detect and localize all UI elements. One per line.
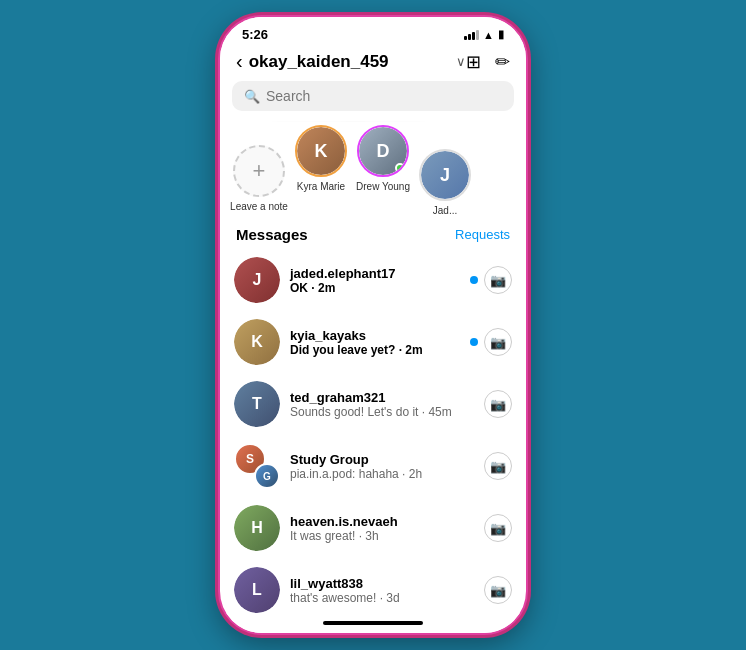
story-item-kyra[interactable]: Why is tomorrow Monday!? 😤 K Kyra Marie xyxy=(290,121,352,216)
phone-frame: 5:26 ▲ ▮ ‹ okay_kaiden_459 ∨ ⊞ ✏ 🔍 + xyxy=(218,15,528,635)
messages-header: Messages Requests xyxy=(220,224,526,249)
camera-button-heaven[interactable]: 📷 xyxy=(484,514,512,542)
msg-right-heaven: 📷 xyxy=(484,514,512,542)
back-button[interactable]: ‹ xyxy=(236,50,243,73)
online-indicator xyxy=(395,163,405,173)
search-input[interactable] xyxy=(266,88,502,104)
search-icon: 🔍 xyxy=(244,89,260,104)
avatar-heaven: H xyxy=(234,505,280,551)
status-icons: ▲ ▮ xyxy=(464,28,504,41)
msg-right-ted: 📷 xyxy=(484,390,512,418)
msg-preview-kyia: Did you leave yet? · 2m xyxy=(290,343,460,357)
status-bar: 5:26 ▲ ▮ xyxy=(220,17,526,46)
msg-right-kyia: 📷 xyxy=(470,328,512,356)
msg-preview-ted: Sounds good! Let's do it · 45m xyxy=(290,405,474,419)
msg-right-studygroup: 📷 xyxy=(484,452,512,480)
story-label-jad: Jad... xyxy=(433,205,457,216)
story-item-drew[interactable]: Finally landing in NYC! ❤️ D Drew Young xyxy=(352,121,414,216)
camera-button-wyatt[interactable]: 📷 xyxy=(484,576,512,604)
avatar-jaded: J xyxy=(234,257,280,303)
message-item-studygroup[interactable]: S G Study Group pia.in.a.pod: hahaha · 2… xyxy=(220,435,526,497)
story-label-kyra: Kyra Marie xyxy=(297,181,345,192)
msg-username-kyia: kyia_kayaks xyxy=(290,328,460,343)
message-list: J jaded.elephant17 OK · 2m 📷 K kyia_kaya… xyxy=(220,249,526,613)
msg-content-ted: ted_graham321 Sounds good! Let's do it ·… xyxy=(290,390,474,419)
camera-button-ted[interactable]: 📷 xyxy=(484,390,512,418)
msg-username-studygroup: Study Group xyxy=(290,452,474,467)
story-avatar-jad[interactable]: J xyxy=(419,149,471,201)
avatar-studygroup: S G xyxy=(234,443,280,489)
chevron-down-icon[interactable]: ∨ xyxy=(456,54,466,69)
msg-content-wyatt: lil_wyatt838 that's awesome! · 3d xyxy=(290,576,474,605)
msg-right-jaded: 📷 xyxy=(470,266,512,294)
search-bar[interactable]: 🔍 xyxy=(232,81,514,111)
story-label-drew: Drew Young xyxy=(356,181,410,192)
story-label-leave-note: Leave a note xyxy=(230,201,288,212)
camera-button-studygroup[interactable]: 📷 xyxy=(484,452,512,480)
msg-username-heaven: heaven.is.nevaeh xyxy=(290,514,474,529)
requests-link[interactable]: Requests xyxy=(455,227,510,242)
avatar-kyia: K xyxy=(234,319,280,365)
header: ‹ okay_kaiden_459 ∨ ⊞ ✏ xyxy=(220,46,526,81)
avatar-ted: T xyxy=(234,381,280,427)
unread-dot-kyia xyxy=(470,338,478,346)
story-avatar-drew[interactable]: D xyxy=(357,125,409,177)
unread-dot-jaded xyxy=(470,276,478,284)
msg-content-kyia: kyia_kayaks Did you leave yet? · 2m xyxy=(290,328,460,357)
avatar-wyatt: L xyxy=(234,567,280,613)
messages-title: Messages xyxy=(236,226,308,243)
message-item-kyia[interactable]: K kyia_kayaks Did you leave yet? · 2m 📷 xyxy=(220,311,526,373)
msg-preview-wyatt: that's awesome! · 3d xyxy=(290,591,474,605)
story-item-jad[interactable]: J Jad... xyxy=(414,149,476,216)
message-item-jaded[interactable]: J jaded.elephant17 OK · 2m 📷 xyxy=(220,249,526,311)
signal-bars-icon xyxy=(464,30,479,40)
msg-username-jaded: jaded.elephant17 xyxy=(290,266,460,281)
layout-icon[interactable]: ⊞ xyxy=(466,51,481,73)
battery-icon: ▮ xyxy=(498,28,504,41)
wifi-icon: ▲ xyxy=(483,29,494,41)
story-avatar-kyra[interactable]: K xyxy=(295,125,347,177)
message-item-heaven[interactable]: H heaven.is.nevaeh It was great! · 3h 📷 xyxy=(220,497,526,559)
stories-row: + Leave a note Why is tomorrow Monday!? … xyxy=(220,121,526,224)
msg-content-heaven: heaven.is.nevaeh It was great! · 3h xyxy=(290,514,474,543)
msg-right-wyatt: 📷 xyxy=(484,576,512,604)
msg-content-jaded: jaded.elephant17 OK · 2m xyxy=(290,266,460,295)
camera-button-jaded[interactable]: 📷 xyxy=(484,266,512,294)
msg-username-ted: ted_graham321 xyxy=(290,390,474,405)
story-item-leave-note[interactable]: + Leave a note xyxy=(228,145,290,216)
home-indicator xyxy=(220,613,526,633)
msg-preview-heaven: It was great! · 3h xyxy=(290,529,474,543)
msg-content-studygroup: Study Group pia.in.a.pod: hahaha · 2h xyxy=(290,452,474,481)
home-bar xyxy=(323,621,423,625)
msg-username-wyatt: lil_wyatt838 xyxy=(290,576,474,591)
msg-preview-studygroup: pia.in.a.pod: hahaha · 2h xyxy=(290,467,474,481)
status-time: 5:26 xyxy=(242,27,268,42)
msg-preview-jaded: OK · 2m xyxy=(290,281,460,295)
header-icons: ⊞ ✏ xyxy=(466,51,510,73)
message-item-ted[interactable]: T ted_graham321 Sounds good! Let's do it… xyxy=(220,373,526,435)
camera-button-kyia[interactable]: 📷 xyxy=(484,328,512,356)
add-note-avatar[interactable]: + xyxy=(233,145,285,197)
username-label[interactable]: okay_kaiden_459 xyxy=(249,52,454,72)
message-item-wyatt[interactable]: L lil_wyatt838 that's awesome! · 3d 📷 xyxy=(220,559,526,613)
edit-icon[interactable]: ✏ xyxy=(495,51,510,73)
